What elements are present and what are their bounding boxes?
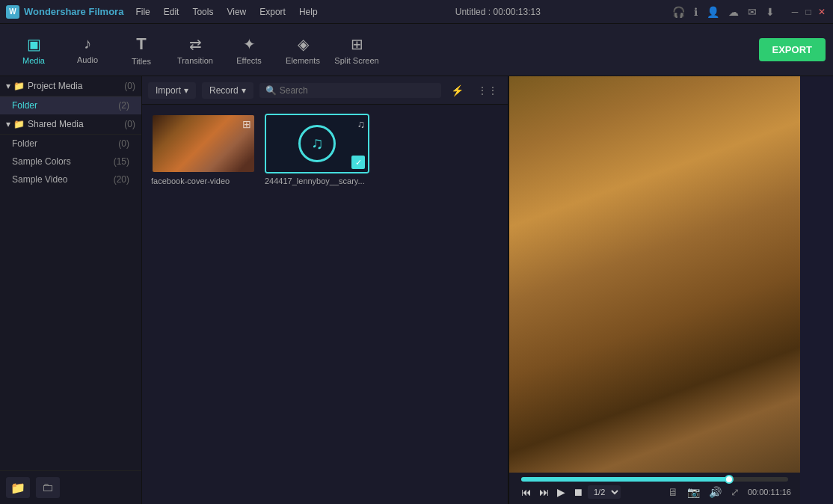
play-button[interactable]: ▶: [554, 485, 568, 500]
add-folder-button[interactable]: 📁: [6, 477, 30, 498]
toolbar-splitscreen-label: Split Screen: [334, 56, 378, 65]
toolbar-titles[interactable]: T Titles: [115, 28, 167, 73]
volume-button[interactable]: 🔊: [705, 485, 725, 500]
minimize-button[interactable]: ─: [790, 7, 800, 17]
preview-waterfall-image: [509, 76, 800, 473]
toolbar-transition[interactable]: ⇄ Transition: [169, 28, 221, 73]
folder-icon-2: 📁: [13, 119, 25, 129]
toolbar-audio[interactable]: ♪ Audio: [61, 28, 114, 73]
search-box: 🔍: [259, 83, 441, 98]
menu-export[interactable]: Export: [253, 5, 292, 19]
export-button[interactable]: EXPORT: [759, 38, 826, 61]
sidebar: ▾ 📁 Project Media (0) Folder (2) ▾ 📁 Sha…: [0, 76, 142, 504]
search-input[interactable]: [280, 85, 435, 96]
add-file-button[interactable]: 🗀: [36, 477, 60, 498]
close-button[interactable]: ✕: [817, 7, 827, 17]
media-item-video-label: facebook-cover-video: [151, 176, 256, 185]
audio-disc-icon: ♫: [298, 125, 336, 162]
step-back-button[interactable]: ⏮: [518, 485, 535, 500]
screenshot-button[interactable]: 📷: [683, 485, 704, 500]
grid-options-button[interactable]: ⋮⋮: [473, 82, 502, 99]
chevron-down-icon-2: ▾: [6, 119, 10, 129]
menu-view[interactable]: View: [221, 5, 252, 19]
sidebar-section-project-media[interactable]: ▾ 📁 Project Media (0): [0, 76, 141, 96]
titlebar-left: W Wondershare Filmora File Edit Tools Vi…: [6, 5, 324, 19]
media-item-video[interactable]: ⊞ facebook-cover-video: [151, 114, 256, 185]
chevron-icon: ▾: [184, 85, 188, 96]
mail-icon[interactable]: ✉: [748, 6, 757, 18]
sidebar-item-folder[interactable]: Folder (2): [0, 96, 141, 114]
media-thumb-audio: ♫ ♫ ✓: [265, 114, 369, 173]
account-icon[interactable]: 👤: [707, 6, 719, 18]
filter-button[interactable]: ⚡: [447, 82, 467, 99]
preview-screen-button[interactable]: 🖥: [664, 485, 682, 500]
music-icon: ♫: [357, 118, 366, 130]
media-icon: ▣: [27, 35, 41, 53]
transition-icon: ⇄: [189, 35, 202, 53]
section-count-2: (0): [124, 119, 135, 129]
chevron-down-icon: ▾: [6, 81, 10, 91]
cloud-icon[interactable]: ☁: [728, 6, 739, 18]
toolbar-titles-label: Titles: [132, 57, 151, 66]
section-label-2: Shared Media: [28, 119, 84, 129]
toolbar-effects-label: Effects: [236, 56, 261, 65]
progress-bar[interactable]: [521, 477, 788, 482]
window-controls: ─ □ ✕: [790, 7, 827, 17]
time-display: 00:00:11:16: [748, 488, 791, 497]
menu-edit[interactable]: Edit: [158, 5, 185, 19]
preview-controls-bar: ⏮ ⏭ ▶ ⏹ 1/2 🖥 📷 🔊 ⤢ 00:00:11:16: [509, 473, 800, 504]
media-grid: ⊞ facebook-cover-video ♫ ♫ ✓ 244417_lenn…: [142, 105, 508, 504]
stop-button[interactable]: ⏹: [570, 485, 586, 500]
titles-icon: T: [136, 34, 146, 54]
toolbar-media[interactable]: ▣ Media: [7, 28, 60, 73]
section-label: Project Media: [28, 81, 82, 91]
media-toolbar: Import ▾ Record ▾ 🔍 ⚡ ⋮⋮: [142, 76, 508, 105]
step-forward-button[interactable]: ⏭: [536, 485, 553, 500]
menu-help[interactable]: Help: [293, 5, 324, 19]
selection-check: ✓: [351, 156, 365, 169]
folder-icon: 📁: [13, 81, 25, 91]
titlebar-right: 🎧 ℹ 👤 ☁ ✉ ⬇ ─ □ ✕: [672, 6, 827, 18]
grid-icon: ⊞: [242, 118, 251, 130]
elements-icon: ◈: [298, 35, 309, 53]
media-thumb-video: ⊞: [151, 114, 256, 173]
media-panel: Import ▾ Record ▾ 🔍 ⚡ ⋮⋮ ⊞ facebook-cove: [142, 76, 508, 504]
app-name: Wondershare Filmora: [24, 6, 123, 17]
fullscreen-button[interactable]: ⤢: [727, 485, 743, 500]
toolbar-elements[interactable]: ◈ Elements: [277, 28, 329, 73]
menu-bar: File Edit Tools View Export Help: [129, 5, 323, 19]
window-title: Untitled : 00:00:13:13: [455, 7, 541, 17]
speed-select[interactable]: 1/2: [588, 485, 621, 499]
splitscreen-icon: ⊞: [351, 35, 363, 53]
menu-file[interactable]: File: [129, 5, 156, 19]
preview-video: [509, 76, 800, 473]
main-area: ▾ 📁 Project Media (0) Folder (2) ▾ 📁 Sha…: [0, 76, 833, 504]
download-icon[interactable]: ⬇: [766, 6, 775, 18]
sidebar-item-shared-folder[interactable]: Folder (0): [0, 135, 141, 153]
effects-icon: ✦: [243, 35, 256, 53]
menu-tools[interactable]: Tools: [186, 5, 219, 19]
toolbar-audio-label: Audio: [77, 55, 98, 64]
chevron-icon-2: ▾: [242, 85, 246, 96]
record-button[interactable]: Record ▾: [202, 82, 253, 99]
search-icon: 🔍: [265, 85, 277, 96]
toolbar-splitscreen[interactable]: ⊞ Split Screen: [331, 28, 383, 73]
sidebar-item-sample-video[interactable]: Sample Video (20): [0, 170, 141, 188]
headphone-icon[interactable]: 🎧: [672, 6, 685, 18]
titlebar: W Wondershare Filmora File Edit Tools Vi…: [0, 0, 833, 24]
logo-icon: W: [6, 5, 19, 19]
toolbar-effects[interactable]: ✦ Effects: [223, 28, 275, 73]
progress-handle[interactable]: [725, 475, 734, 484]
toolbar-media-label: Media: [22, 56, 45, 65]
video-thumbnail: [153, 115, 254, 172]
media-item-audio[interactable]: ♫ ♫ ✓ 244417_lennyboy__scary...: [265, 114, 369, 185]
import-button[interactable]: Import ▾: [148, 82, 196, 99]
info-icon[interactable]: ℹ: [694, 6, 698, 18]
preview-panel: ⏮ ⏭ ▶ ⏹ 1/2 🖥 📷 🔊 ⤢ 00:00:11:16: [508, 76, 800, 504]
sidebar-section-shared-media[interactable]: ▾ 📁 Shared Media (0): [0, 114, 141, 135]
progress-fill: [521, 477, 729, 482]
main-toolbar: ▣ Media ♪ Audio T Titles ⇄ Transition ✦ …: [0, 24, 833, 76]
sidebar-item-sample-colors[interactable]: Sample Colors (15): [0, 153, 141, 170]
media-item-audio-label: 244417_lennyboy__scary...: [265, 176, 369, 185]
maximize-button[interactable]: □: [803, 7, 814, 17]
